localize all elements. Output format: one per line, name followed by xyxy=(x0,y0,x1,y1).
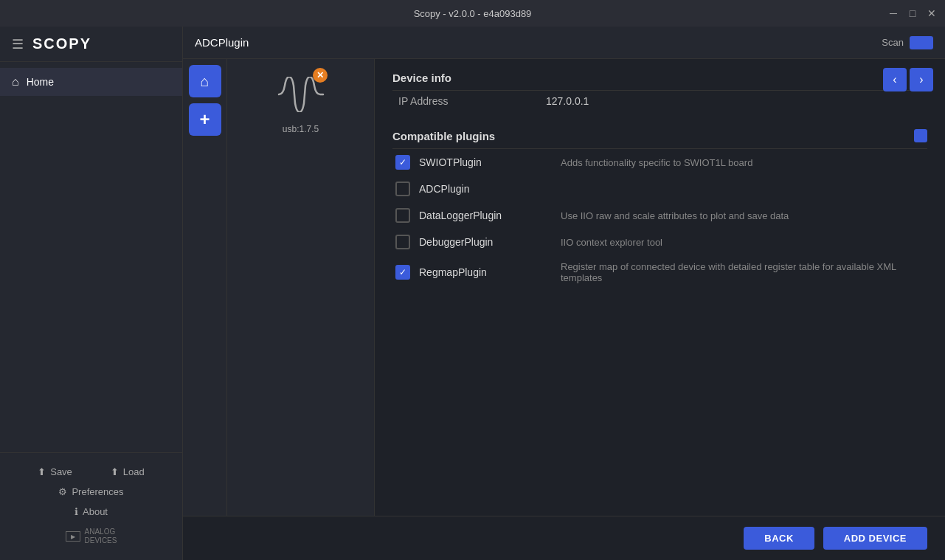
add-toolbar-icon: + xyxy=(199,109,210,130)
preferences-label: Preferences xyxy=(72,486,123,497)
plugin-name-adcplugin: ADCPlugin xyxy=(419,183,552,195)
titlebar-title: Scopy - v2.0.0 - e4a093d89 xyxy=(414,8,532,19)
gear-icon: ⚙ xyxy=(58,486,67,497)
plugin-row: RegmapPluginRegister map of connected de… xyxy=(392,255,927,289)
home-toolbar-button[interactable]: ⌂ xyxy=(189,65,221,97)
device-info-header: Device info xyxy=(392,71,927,91)
nav-arrows: ‹ › xyxy=(883,68,933,91)
titlebar-controls: ─ □ ✕ xyxy=(886,6,939,21)
device-usb-label: usb:1.7.5 xyxy=(283,124,319,134)
logo: SCOPY xyxy=(32,35,91,52)
ip-address-value: 127.0.0.1 xyxy=(546,95,589,107)
maximize-button[interactable]: □ xyxy=(905,6,920,21)
plugins-section: Compatible plugins SWIOTPluginAdds funct… xyxy=(392,129,927,289)
load-button[interactable]: ⬆ Load xyxy=(99,462,156,482)
plugins-header: Compatible plugins xyxy=(392,129,927,149)
ip-address-row: IP Address 127.0.0.1 xyxy=(392,91,927,111)
footer-row-save-load: ⬆ Save ⬆ Load xyxy=(0,462,182,482)
content-area: ⌂ + ✕ usb:1.7.5 xyxy=(183,59,945,516)
topbar: ADCPlugin Scan xyxy=(183,27,945,59)
plugin-name: ADCPlugin xyxy=(195,36,249,49)
scan-area: Scan xyxy=(882,36,933,49)
save-button[interactable]: ⬆ Save xyxy=(26,462,84,482)
ip-address-label: IP Address xyxy=(398,95,546,107)
action-bar: BACK ADD DEVICE xyxy=(183,516,945,560)
about-button[interactable]: ℹ About xyxy=(0,502,182,522)
add-device-button[interactable]: ADD DEVICE xyxy=(823,527,927,550)
scan-toggle[interactable] xyxy=(910,36,933,49)
next-arrow-button[interactable]: › xyxy=(910,68,933,91)
plugin-name-debuggerplugin: DebuggerPlugin xyxy=(419,236,552,248)
back-button[interactable]: BACK xyxy=(744,527,814,550)
close-button[interactable]: ✕ xyxy=(924,6,939,21)
ad-logo-icon: ▶ xyxy=(66,531,80,542)
titlebar: Scopy - v2.0.0 - e4a093d89 ─ □ ✕ xyxy=(0,0,945,27)
home-icon: ⌂ xyxy=(12,75,19,89)
ad-text: ANALOGDEVICES xyxy=(85,528,117,545)
prev-arrow-button[interactable]: ‹ xyxy=(883,68,907,91)
plugin-row: DataLoggerPluginUse IIO raw and scale at… xyxy=(392,202,927,229)
add-toolbar-button[interactable]: + xyxy=(189,103,221,136)
plugins-indicator xyxy=(914,129,927,142)
plugin-name-regmapplugin: RegmapPlugin xyxy=(419,266,552,278)
sidebar-item-home[interactable]: ⌂ Home xyxy=(0,68,182,96)
device-info-title: Device info xyxy=(392,72,451,84)
info-icon: ℹ xyxy=(75,506,78,517)
scan-label: Scan xyxy=(882,37,904,48)
load-label: Load xyxy=(123,466,145,477)
plugin-desc-dataloggerplugin: Use IIO raw and scale attributes to plot… xyxy=(561,210,789,221)
main: ADCPlugin Scan ⌂ + xyxy=(183,27,945,560)
plugin-name-dataloggerplugin: DataLoggerPlugin xyxy=(419,210,552,221)
load-icon: ⬆ xyxy=(111,466,119,477)
plugin-desc-debuggerplugin: IIO context explorer tool xyxy=(561,237,662,248)
sidebar-footer: ⬆ Save ⬆ Load ⚙ Preferences ℹ About ▶ AN… xyxy=(0,452,182,560)
plugin-row: ADCPlugin xyxy=(392,176,927,202)
device-area: ✕ usb:1.7.5 xyxy=(227,59,375,516)
plugin-checkbox-swiotplugin[interactable] xyxy=(395,155,410,170)
home-toolbar-icon: ⌂ xyxy=(200,73,209,90)
sidebar-nav: ⌂ Home xyxy=(0,62,182,452)
device-info-section: Device info IP Address 127.0.0.1 xyxy=(392,71,927,111)
plugin-desc-regmapplugin: Register map of connected device with de… xyxy=(561,261,924,283)
sidebar: ☰ SCOPY ⌂ Home ⬆ Save ⬆ Load ⚙ xyxy=(0,27,183,560)
save-label: Save xyxy=(50,466,72,477)
plugin-list: SWIOTPluginAdds functionality specific t… xyxy=(392,149,927,289)
device-disconnect-icon[interactable]: ✕ xyxy=(313,68,328,83)
plugin-desc-swiotplugin: Adds functionality specific to SWIOT1L b… xyxy=(561,157,752,168)
right-panel: ‹ › Device info IP Address 127.0.0.1 xyxy=(375,59,945,516)
sidebar-header: ☰ SCOPY xyxy=(0,27,182,62)
sidebar-item-home-label: Home xyxy=(27,76,54,88)
plugin-name-swiotplugin: SWIOTPlugin xyxy=(419,156,552,168)
plugin-checkbox-adcplugin[interactable] xyxy=(395,182,410,196)
plugin-row: DebuggerPluginIIO context explorer tool xyxy=(392,229,927,255)
minimize-button[interactable]: ─ xyxy=(886,6,901,21)
plugin-checkbox-regmapplugin[interactable] xyxy=(395,265,410,280)
plugin-row: SWIOTPluginAdds functionality specific t… xyxy=(392,149,927,176)
plugin-checkbox-dataloggerplugin[interactable] xyxy=(395,208,410,223)
left-panel: ⌂ + xyxy=(183,59,227,516)
hamburger-icon[interactable]: ☰ xyxy=(12,36,24,52)
app: ☰ SCOPY ⌂ Home ⬆ Save ⬆ Load ⚙ xyxy=(0,27,945,560)
plugins-title: Compatible plugins xyxy=(392,130,495,142)
save-icon: ⬆ xyxy=(38,466,46,477)
device-card[interactable]: ✕ usb:1.7.5 xyxy=(277,71,325,134)
analog-devices-logo: ▶ ANALOGDEVICES xyxy=(0,522,182,551)
preferences-button[interactable]: ⚙ Preferences xyxy=(0,482,182,502)
plugin-checkbox-debuggerplugin[interactable] xyxy=(395,235,410,249)
about-label: About xyxy=(83,506,108,517)
